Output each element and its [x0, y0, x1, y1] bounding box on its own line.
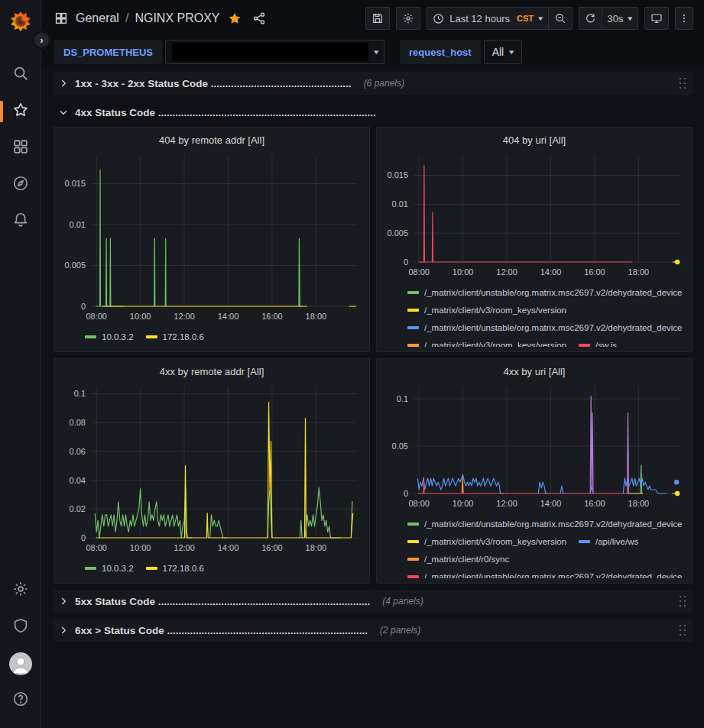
legend-label: /_matrix/client/unstable/org.matrix.msc2… [424, 572, 683, 579]
breadcrumb-dashboard-title[interactable]: NGINX PROXY [135, 11, 219, 25]
legend-item[interactable]: /_matrix/client/r0/sync [407, 552, 509, 566]
panel-404-by-remote-addr: 404 by remote addr [All] 00.0050.010.015… [54, 127, 370, 352]
time-series-chart[interactable]: 00.020.040.060.080.108:0010:0012:0014:00… [59, 380, 365, 559]
chevron-right-icon [58, 625, 69, 636]
svg-text:0.015: 0.015 [387, 170, 408, 180]
row-panel-count: (6 panels) [364, 78, 404, 89]
panel-title[interactable]: 4xx by uri [All] [381, 362, 687, 380]
row-6xx-status-code[interactable]: 6xx > Status Code ......................… [54, 619, 693, 642]
save-icon [371, 12, 384, 24]
sidebar-expand-button[interactable]: › [32, 31, 51, 50]
row-title: 5xx Status Code ........................… [75, 596, 370, 607]
legend-label: /_matrix/client/unstable/org.matrix.msc2… [424, 519, 683, 529]
legend-label: /_matrix/client/unstable/org.matrix.msc2… [424, 323, 683, 332]
row-drag-handle[interactable] [677, 622, 686, 639]
zoom-out-button[interactable] [548, 7, 573, 30]
legend-item[interactable]: 172.18.0.6 [146, 561, 204, 575]
svg-text:10:00: 10:00 [130, 312, 151, 321]
panel-title[interactable]: 404 by uri [All] [381, 131, 687, 149]
legend-item[interactable]: /_matrix/client/unstable/org.matrix.msc2… [407, 320, 683, 335]
variable-select-ds-prometheus[interactable]: ▾ [165, 40, 384, 64]
variable-label-request-host[interactable]: request_host [400, 40, 481, 64]
sidebar-item-dashboards[interactable] [0, 130, 41, 167]
breadcrumb: General / NGINX PROXY [54, 11, 266, 25]
row-drag-handle[interactable] [677, 75, 686, 92]
chevron-down-icon: ▾ [538, 15, 543, 22]
refresh-icon [585, 13, 596, 24]
panel-title[interactable]: 404 by remote addr [All] [59, 131, 365, 149]
row-drag-handle[interactable] [677, 593, 686, 610]
gear-icon [12, 581, 29, 600]
variable-label-ds-prometheus[interactable]: DS_PROMETHEUS [54, 40, 162, 64]
legend-item[interactable]: /api/live/ws [579, 534, 638, 548]
svg-text:16:00: 16:00 [261, 543, 283, 552]
dashboards-grid-icon [12, 138, 29, 158]
sidebar-item-starred[interactable] [0, 93, 41, 130]
legend-item[interactable]: /_matrix/client/unstable/org.matrix.msc2… [407, 285, 683, 299]
svg-text:0: 0 [404, 489, 408, 498]
legend-swatch [407, 326, 419, 329]
svg-text:0: 0 [404, 257, 408, 267]
dashboard-settings-button[interactable] [396, 7, 420, 30]
legend-item[interactable]: /_matrix/client/v3/room_keys/version [407, 338, 566, 347]
legend-swatch [407, 540, 419, 543]
panel-title[interactable]: 4xx by remote addr [All] [59, 362, 365, 380]
legend-item[interactable]: 10.0.3.2 [85, 329, 134, 344]
legend-item[interactable]: /_matrix/client/unstable/org.matrix.msc2… [407, 569, 683, 578]
sidebar-item-search[interactable] [0, 57, 41, 93]
kebab-icon [679, 12, 689, 24]
legend-label: /sw.js [595, 341, 617, 348]
time-range-picker[interactable]: Last 12 hours CST ▾ [427, 7, 547, 30]
svg-text:16:00: 16:00 [261, 312, 283, 321]
refresh-interval-dropdown[interactable]: 30s ▾ [602, 7, 639, 30]
legend-swatch [146, 335, 157, 338]
chevron-down-icon: ▾ [628, 15, 633, 22]
svg-text:18:00: 18:00 [306, 312, 327, 321]
legend-item[interactable]: 10.0.3.2 [85, 561, 134, 575]
legend-item[interactable]: /_matrix/client/v3/room_keys/version [407, 534, 566, 548]
sidebar-item-alerting[interactable] [0, 203, 41, 240]
svg-text:08:00: 08:00 [408, 267, 430, 277]
svg-text:14:00: 14:00 [540, 267, 562, 277]
save-dashboard-button[interactable] [365, 7, 390, 30]
sidebar-item-help[interactable] [0, 682, 41, 719]
monitor-icon [650, 12, 663, 24]
refresh-button[interactable] [579, 7, 602, 30]
row-5xx-status-code[interactable]: 5xx Status Code ........................… [54, 590, 693, 613]
shield-icon [12, 617, 29, 637]
star-outline-icon [12, 102, 29, 121]
time-series-chart[interactable]: 00.0050.010.01508:0010:0012:0014:0016:00… [59, 149, 365, 328]
legend-swatch [407, 523, 419, 526]
legend-swatch [146, 567, 157, 570]
legend-swatch [407, 344, 419, 347]
row-1xx-3xx-2xx-status-code[interactable]: 1xx - 3xx - 2xx Status Code ............… [54, 72, 693, 95]
favorite-star-icon[interactable] [228, 11, 242, 25]
chevron-right-icon [58, 78, 69, 89]
svg-text:0.1: 0.1 [397, 394, 408, 403]
legend-item[interactable]: 172.18.0.6 [146, 329, 204, 344]
breadcrumb-section[interactable]: General [76, 11, 119, 25]
sidebar-item-explore[interactable] [0, 167, 41, 203]
variable-select-request-host[interactable]: All ▾ [484, 40, 522, 64]
svg-text:0.02: 0.02 [70, 504, 86, 513]
sidebar-item-server-admin[interactable] [0, 609, 41, 645]
chevron-down-icon: ▾ [374, 48, 378, 56]
svg-text:12:00: 12:00 [174, 543, 195, 552]
tv-mode-button[interactable] [644, 7, 669, 30]
time-series-chart[interactable]: 00.0050.010.01508:0010:0012:0014:0016:00… [381, 149, 687, 283]
legend-item[interactable]: /_matrix/client/v3/room_keys/version [407, 303, 566, 317]
legend-swatch [85, 335, 96, 338]
share-alt-icon[interactable] [252, 11, 266, 25]
legend-swatch [407, 575, 419, 578]
grafana-logo[interactable] [8, 9, 33, 34]
legend-item[interactable]: /_matrix/client/unstable/org.matrix.msc2… [407, 516, 683, 531]
row-4xx-status-code[interactable]: 4xx Status Code ........................… [54, 101, 693, 124]
time-series-chart[interactable]: 00.050.108:0010:0012:0014:0016:0018:00 [381, 380, 687, 515]
svg-text:0.04: 0.04 [70, 476, 86, 485]
svg-text:10:00: 10:00 [130, 543, 151, 552]
sidebar-item-configuration[interactable] [0, 572, 41, 609]
more-options-button[interactable] [675, 7, 693, 30]
sidebar-item-profile[interactable] [0, 645, 41, 682]
svg-text:16:00: 16:00 [584, 267, 605, 277]
legend-item[interactable]: /sw.js [579, 338, 617, 347]
